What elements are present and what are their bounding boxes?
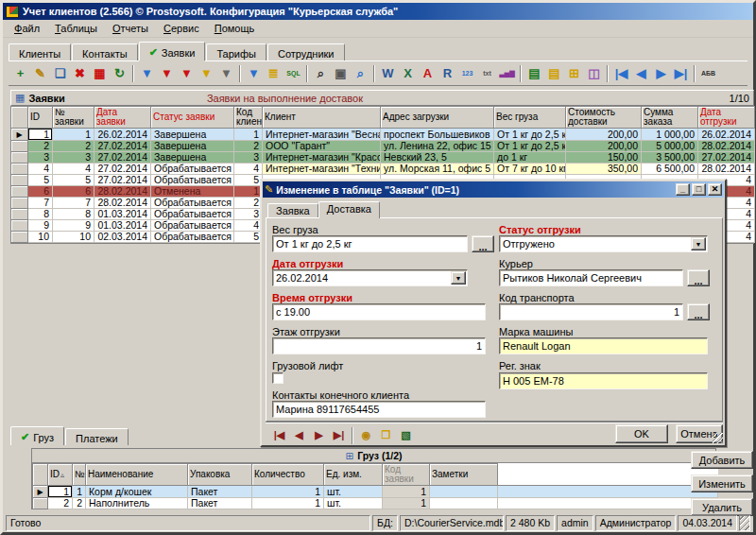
column-header[interactable]: Статус заявки bbox=[151, 107, 234, 129]
nav-next-icon[interactable]: ▶ bbox=[651, 63, 671, 83]
grid-cell[interactable]: 01.03.2014 bbox=[94, 220, 151, 232]
grid-cell[interactable]: 3 bbox=[28, 152, 53, 164]
table-row[interactable]: 22НаполнительПакет1шт.1 bbox=[33, 498, 718, 509]
grid-cell[interactable]: 5 000,00 bbox=[642, 141, 698, 152]
grid-cell[interactable]: 2 bbox=[234, 198, 263, 209]
grid-cell[interactable]: 1 bbox=[53, 129, 94, 141]
print-icon[interactable]: ▣ bbox=[331, 63, 351, 83]
grid-cell[interactable]: 2 bbox=[234, 141, 263, 152]
grid-cell[interactable]: Интернет-магазин "Весна" bbox=[263, 129, 381, 141]
resize-grip[interactable] bbox=[713, 433, 723, 443]
floor-field[interactable] bbox=[272, 337, 486, 354]
grid-cell[interactable]: 5 bbox=[234, 175, 263, 186]
row-selector[interactable] bbox=[33, 498, 48, 509]
grid-cell[interactable]: 8 bbox=[53, 209, 94, 220]
close-button[interactable]: ✕ bbox=[708, 183, 722, 196]
filter-apply-icon[interactable]: ▼ bbox=[137, 63, 157, 83]
grid-cell[interactable] bbox=[498, 486, 718, 498]
menu-item[interactable]: Отчеты bbox=[105, 21, 156, 36]
delete-button[interactable]: Удалить bbox=[691, 498, 753, 516]
nav-prev-icon[interactable]: ◀ bbox=[631, 63, 651, 83]
column-header[interactable]: Дата заявки bbox=[94, 107, 151, 129]
row-selector[interactable] bbox=[11, 141, 28, 152]
row-selector[interactable] bbox=[11, 164, 28, 175]
copy-record-icon[interactable]: ❏ bbox=[50, 63, 70, 83]
contacts-field[interactable] bbox=[272, 401, 486, 418]
nav-first-icon[interactable]: |◀ bbox=[269, 425, 289, 445]
ship-status-combo[interactable] bbox=[499, 235, 708, 252]
reg-plate-field[interactable] bbox=[499, 372, 708, 389]
print-preview-icon[interactable]: ⌕ bbox=[351, 63, 370, 83]
row-selector[interactable] bbox=[11, 198, 28, 209]
grid-cell[interactable]: 1 bbox=[383, 486, 430, 498]
nav-first-icon[interactable]: |◀ bbox=[611, 63, 631, 83]
row-selector[interactable] bbox=[11, 186, 28, 198]
row-selector[interactable] bbox=[11, 175, 28, 186]
grid-cell[interactable]: 01.03.2014 bbox=[94, 209, 151, 220]
grid-cell[interactable]: Пакет bbox=[188, 486, 252, 498]
table-star-icon[interactable]: ⊞ bbox=[564, 63, 584, 83]
report-star-icon[interactable]: ▤ bbox=[544, 63, 564, 83]
grid-cell[interactable]: 200,00 bbox=[566, 129, 642, 141]
row-selector[interactable] bbox=[11, 209, 28, 220]
export-txt-icon[interactable]: txt bbox=[477, 63, 497, 83]
grid-cell[interactable]: 1 bbox=[252, 486, 324, 498]
grid-cell[interactable] bbox=[498, 498, 718, 509]
report-new-icon[interactable]: ▤ bbox=[524, 63, 544, 83]
tree-view-icon[interactable]: ≣ bbox=[264, 63, 284, 83]
filter-edit-icon[interactable]: ▼ bbox=[197, 63, 216, 83]
grid-cell[interactable]: 2 bbox=[48, 498, 73, 509]
grid-cell[interactable]: ООО "Гарант" bbox=[263, 141, 381, 152]
grid-cell[interactable]: 6 bbox=[28, 186, 53, 198]
grid-cell[interactable]: 27.02.2014 bbox=[94, 164, 151, 175]
grid-cell[interactable]: 26.02.2014 bbox=[94, 129, 151, 141]
grid-cell[interactable]: 4 bbox=[234, 164, 263, 175]
grid-cell[interactable]: 3 bbox=[53, 152, 94, 164]
tab-employees[interactable]: Сотрудники bbox=[267, 43, 345, 60]
grid-cell[interactable] bbox=[430, 486, 498, 498]
grid-cell[interactable]: 02.03.2014 bbox=[94, 232, 151, 243]
column-header[interactable]: Заметки bbox=[430, 464, 498, 486]
table-row[interactable]: ▶11Корм д/кошекПакет1шт.1 bbox=[33, 486, 718, 498]
image-icon[interactable]: ▧ bbox=[396, 425, 416, 445]
weight-lookup-button[interactable]: ... bbox=[472, 235, 494, 252]
grid-cell[interactable]: 4 bbox=[28, 164, 53, 175]
grid-cell[interactable]: Отменена bbox=[151, 186, 234, 198]
ship-time-field[interactable] bbox=[272, 303, 486, 320]
grid-cell[interactable]: 8 bbox=[28, 209, 53, 220]
grid-cell[interactable]: 1 bbox=[234, 186, 263, 198]
grid-cell[interactable]: 10 bbox=[28, 232, 53, 243]
grid-cell[interactable]: Наполнитель bbox=[86, 498, 188, 509]
column-header[interactable]: Количество bbox=[252, 464, 324, 486]
ship-date-combo[interactable] bbox=[272, 269, 468, 286]
transport-code-field[interactable] bbox=[499, 303, 683, 320]
grid-cell[interactable]: Завершена bbox=[151, 129, 234, 141]
courier-field[interactable] bbox=[499, 269, 683, 286]
column-header[interactable]: ID▵ bbox=[48, 464, 73, 486]
column-header[interactable]: № заявки bbox=[53, 107, 94, 129]
grid-cell[interactable] bbox=[430, 498, 498, 509]
grid-cell[interactable]: шт. bbox=[324, 486, 383, 498]
column-header[interactable]: Ед. изм. bbox=[324, 464, 383, 486]
clear-table-icon[interactable]: ▦ bbox=[90, 63, 110, 83]
filter-remove-icon[interactable]: ▼ bbox=[157, 63, 177, 83]
filter-remove-all-icon[interactable]: ▼ bbox=[177, 63, 197, 83]
menu-item[interactable]: Файл bbox=[7, 21, 47, 36]
nav-next-icon[interactable]: ▶ bbox=[309, 425, 329, 445]
grid-cell[interactable]: 27.02.2014 bbox=[94, 152, 151, 164]
grid-cell[interactable]: Пакет bbox=[188, 498, 252, 509]
row-selector[interactable] bbox=[11, 220, 28, 232]
courier-lookup-button[interactable]: ... bbox=[687, 269, 710, 286]
grid-cell[interactable]: От 1 кг до 2,5 кг bbox=[494, 129, 566, 141]
grid-cell[interactable]: 7 bbox=[28, 198, 53, 209]
column-header[interactable]: Код клиента bbox=[234, 107, 263, 129]
grid-cell[interactable]: 200,00 bbox=[566, 141, 642, 152]
grid-cell[interactable]: 3 bbox=[234, 152, 263, 164]
grid-cell[interactable]: 27.02.2014 bbox=[94, 175, 151, 186]
spellcheck-icon[interactable]: АБВ bbox=[698, 63, 718, 83]
grid-cell[interactable]: Невский 23, 5 bbox=[381, 152, 494, 164]
row-selector[interactable] bbox=[11, 232, 28, 243]
row-selector[interactable]: ▶ bbox=[33, 486, 48, 498]
column-header[interactable]: № bbox=[73, 464, 86, 486]
car-model-field[interactable] bbox=[499, 337, 708, 354]
